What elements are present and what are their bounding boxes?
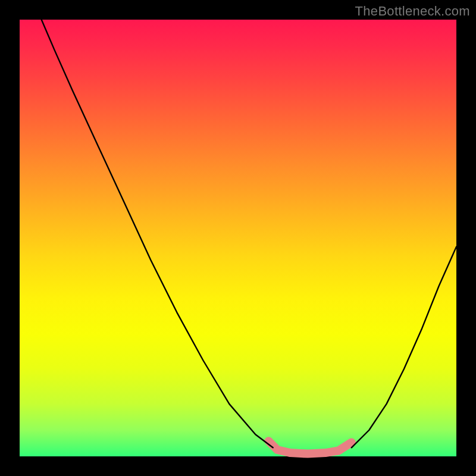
chart-frame: TheBottleneck.com [0, 0, 476, 476]
series-pink-bottom [268, 441, 351, 453]
series-black-left [42, 20, 273, 447]
plot-area [20, 20, 456, 456]
watermark-text: TheBottleneck.com [355, 4, 470, 19]
series-black-right [352, 247, 456, 448]
curve-layer [20, 20, 456, 456]
